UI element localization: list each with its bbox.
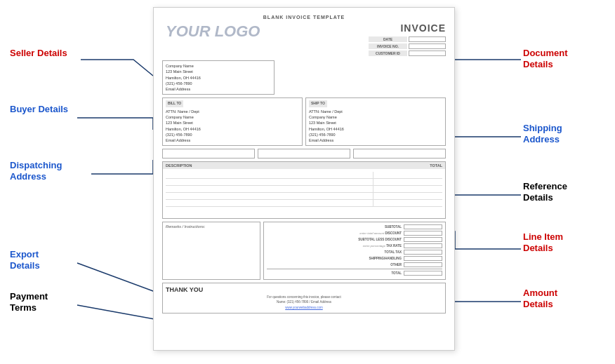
footer-line3: www.yourwebaddress.com bbox=[166, 305, 442, 310]
seller-details-label: Seller Details bbox=[10, 48, 67, 59]
logo-text: YOUR LOGO bbox=[162, 22, 260, 53]
seller-company: Company Name bbox=[166, 63, 271, 69]
amounts-box: SUBTOTAL enter total amount DISCOUNT SUB… bbox=[263, 222, 446, 280]
line-item-row-5 bbox=[166, 200, 442, 207]
customer-id-label: CUSTOMER ID bbox=[369, 50, 407, 56]
invoice-document: BLANK INVOICE TEMPLATE YOUR LOGO INVOICE… bbox=[153, 7, 455, 351]
document-details-label: DocumentDetails bbox=[523, 48, 568, 69]
total-header: TOTAL bbox=[373, 163, 443, 168]
thank-you-text: THANK YOU bbox=[166, 286, 442, 293]
ship-to-box: SHIP TO ATTN: Name / Dept Company Name 1… bbox=[305, 97, 446, 146]
footer-contact: For questions concerning this invoice, p… bbox=[166, 295, 442, 310]
footer-line2: Name: (321) 456-7890 / Email Address bbox=[166, 299, 442, 304]
ship-to-email: Email Address bbox=[309, 137, 442, 143]
subtotal-value bbox=[404, 224, 442, 229]
bill-to-attn: ATTN: Name / Dept bbox=[166, 109, 299, 114]
line-item-row-4 bbox=[166, 193, 442, 200]
remarks-label: Remarks / Instructions: bbox=[166, 224, 257, 229]
customer-id-value bbox=[409, 50, 446, 56]
invoice-no-value bbox=[409, 43, 446, 49]
discount-value bbox=[404, 231, 442, 236]
export-details-label: ExportDetails bbox=[10, 249, 40, 271]
line-item-row-2 bbox=[166, 179, 442, 186]
bill-to-city: Hamilton, OH 44416 bbox=[166, 126, 299, 132]
shipping-value bbox=[404, 256, 442, 261]
bill-to-box: BILL TO ATTN: Name / Dept Company Name 1… bbox=[162, 97, 303, 146]
bill-to-phone: (321) 456-7890 bbox=[166, 132, 299, 137]
invoice-word: INVOICE bbox=[369, 22, 446, 34]
ship-to-company: Company Name bbox=[309, 114, 442, 120]
ship-to-city: Hamilton, OH 44416 bbox=[309, 126, 442, 132]
buyer-details-label: Buyer Details bbox=[10, 104, 68, 115]
line-item-row-3 bbox=[166, 186, 442, 193]
tax-rate-value bbox=[404, 243, 442, 248]
ship-to-street: 123 Main Street bbox=[309, 120, 442, 126]
seller-city: Hamilton, OH 44416 bbox=[166, 75, 271, 81]
total-label: TOTAL bbox=[345, 271, 402, 275]
total-value bbox=[404, 271, 442, 276]
bill-to-email: Email Address bbox=[166, 137, 299, 143]
discount-label: enter total amount DISCOUNT bbox=[345, 231, 402, 235]
doc-title: BLANK INVOICE TEMPLATE bbox=[162, 15, 446, 20]
shipping-address-label: ShippingAddress bbox=[523, 123, 562, 144]
dispatching-address-label: DispatchingAddress bbox=[10, 160, 62, 182]
ref-box-1 bbox=[162, 149, 255, 159]
seller-street: 123 Main Street bbox=[166, 69, 271, 74]
ship-to-attn: ATTN: Name / Dept bbox=[309, 109, 442, 114]
subtotal-less-value bbox=[404, 237, 442, 242]
line-item-row-1 bbox=[166, 172, 442, 179]
seller-email: Email Address bbox=[166, 86, 271, 92]
bill-to-company: Company Name bbox=[166, 114, 299, 120]
seller-box: Company Name 123 Main Street Hamilton, O… bbox=[162, 60, 275, 95]
bill-to-street: 123 Main Street bbox=[166, 120, 299, 126]
ref-box-2 bbox=[258, 149, 350, 159]
date-value bbox=[409, 36, 446, 42]
footer-line1: For questions concerning this invoice, p… bbox=[166, 295, 442, 299]
ref-box-3 bbox=[353, 149, 446, 159]
amount-details-label: AmountDetails bbox=[523, 288, 557, 309]
ship-to-phone: (321) 456-7890 bbox=[309, 132, 442, 137]
other-value bbox=[404, 262, 442, 267]
date-label: DATE bbox=[369, 36, 407, 42]
seller-phone: (321) 456-7890 bbox=[166, 81, 271, 86]
payment-terms-label: PaymentTerms bbox=[10, 291, 48, 313]
total-tax-label: TOTAL TAX bbox=[345, 250, 402, 254]
line-item-details-label: Line ItemDetails bbox=[523, 231, 563, 253]
subtotal-label: SUBTOTAL bbox=[345, 225, 402, 229]
bill-to-label: BILL TO bbox=[166, 100, 183, 107]
ship-to-label: SHIP TO bbox=[309, 100, 327, 107]
desc-header: DESCRIPTION bbox=[166, 163, 373, 168]
other-label: OTHER bbox=[345, 263, 402, 267]
invoice-no-label: INVOICE NO. bbox=[369, 43, 407, 49]
subtotal-less-label: SUBTOTAL LESS DISCOUNT bbox=[345, 238, 402, 241]
line-items-table: DESCRIPTION TOTAL bbox=[162, 161, 446, 219]
shipping-label: SHIPPING/HANDLING bbox=[345, 257, 402, 260]
remarks-box: Remarks / Instructions: bbox=[162, 222, 260, 280]
doc-footer: THANK YOU For questions concerning this … bbox=[162, 283, 446, 314]
reference-details-label: ReferenceDetails bbox=[523, 181, 567, 203]
total-tax-value bbox=[404, 250, 442, 255]
tax-rate-label: enter percentage TAX RATE bbox=[345, 244, 402, 248]
